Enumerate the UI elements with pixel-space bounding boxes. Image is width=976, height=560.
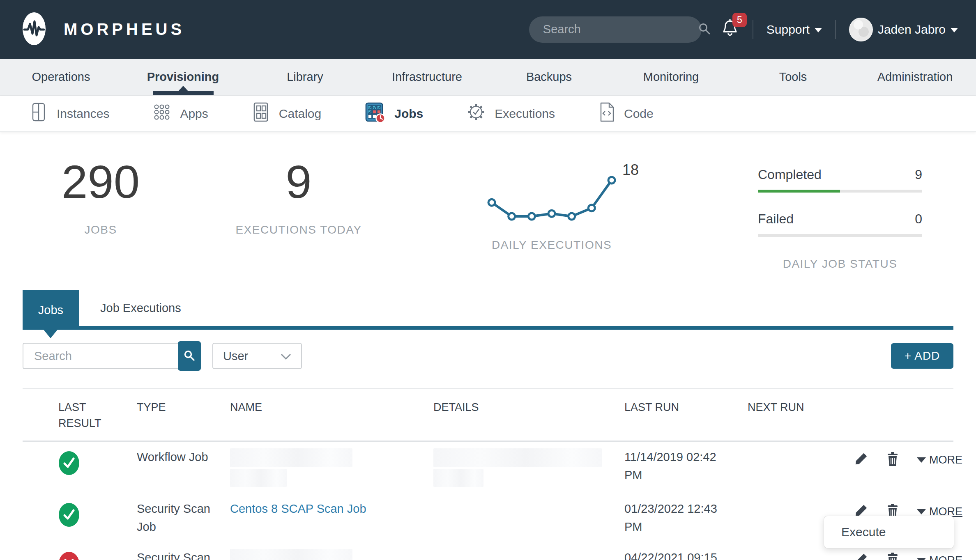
nav-label: Operations <box>32 70 90 84</box>
caret-down-icon <box>917 457 926 463</box>
daily-job-status-label: DAILY JOB STATUS <box>758 257 922 271</box>
stats-summary: 290 JOBS 9 EXECUTIONS TODAY 18 DAILY EXE… <box>0 132 976 270</box>
daily-job-status: Completed 9 Failed 0 DAILY JOB STATUS <box>758 155 922 271</box>
gear-check-icon <box>467 102 486 125</box>
subnav-item-executions[interactable]: Executions <box>467 102 555 125</box>
delete-trash-icon[interactable] <box>886 552 900 560</box>
next-run-cell <box>735 448 854 487</box>
tab-jobs[interactable]: Jobs <box>23 290 79 330</box>
status-row-failed: Failed 0 <box>758 211 922 237</box>
nav-label: Monitoring <box>643 70 699 84</box>
search-icon[interactable] <box>698 22 711 37</box>
jobs-table: LAST RESULT TYPE NAME DETAILS LAST RUN N… <box>23 389 953 560</box>
caret-down-icon <box>917 558 926 560</box>
executions-today-label: EXECUTIONS TODAY <box>221 223 377 236</box>
morpheus-logo-icon <box>23 12 46 47</box>
nav-item-infrastructure[interactable]: Infrastructure <box>366 59 488 95</box>
chevron-down-icon <box>281 349 291 363</box>
nav-label: Library <box>287 70 323 84</box>
redacted-text-block <box>230 448 352 467</box>
tab-label: Job Executions <box>100 301 181 315</box>
last-run-cell: 01/23/2022 12:43 PM <box>612 500 735 536</box>
redacted-text-block <box>433 448 602 467</box>
completed-progress-fill <box>758 190 840 193</box>
redacted-text-block <box>230 469 287 487</box>
tab-job-executions[interactable]: Job Executions <box>79 290 203 326</box>
table-search-input[interactable] <box>23 343 178 369</box>
subnav-label: Instances <box>57 107 109 121</box>
completed-progress-track <box>758 190 922 193</box>
col-header-details: DETAILS <box>421 399 612 431</box>
table-search-button[interactable] <box>178 341 201 371</box>
nav-item-provisioning[interactable]: Provisioning <box>122 59 244 95</box>
subnav-item-apps[interactable]: Apps <box>153 102 208 125</box>
nav-label: Tools <box>779 70 807 84</box>
success-check-icon <box>58 516 80 530</box>
notifications-button[interactable]: 5 <box>720 18 739 41</box>
subnav-label: Apps <box>180 107 208 121</box>
catalog-icon <box>252 102 270 125</box>
last-run-cell: 04/22/2021 09:15 AM <box>612 549 735 560</box>
apps-grid-icon <box>153 102 171 125</box>
executions-today-count: 9 <box>221 155 377 209</box>
redacted-text-block <box>433 469 483 487</box>
sparkline-peak-value: 18 <box>622 161 639 179</box>
nav-item-tools[interactable]: Tools <box>732 59 854 95</box>
nav-item-monitoring[interactable]: Monitoring <box>610 59 732 95</box>
global-search-input[interactable] <box>543 23 698 36</box>
subnav-item-instances[interactable]: Instances <box>30 102 109 125</box>
nav-item-operations[interactable]: Operations <box>0 59 122 95</box>
job-details <box>421 500 612 536</box>
main-nav: Operations Provisioning Library Infrastr… <box>0 59 976 96</box>
add-job-button[interactable]: + ADD <box>891 343 953 369</box>
nav-item-backups[interactable]: Backups <box>488 59 610 95</box>
menu-item-execute[interactable]: Execute <box>841 525 886 539</box>
status-row-completed: Completed 9 <box>758 167 922 193</box>
user-menu[interactable]: Jaden Jabro <box>849 18 958 41</box>
subnav-item-code[interactable]: Code <box>598 102 654 125</box>
owner-filter-value: User <box>223 349 248 363</box>
col-header-last-result: LAST RESULT <box>23 399 105 431</box>
jobs-calendar-icon <box>365 101 385 126</box>
tab-label: Jobs <box>38 303 63 317</box>
job-name-redacted <box>230 448 421 487</box>
sparkline-chart <box>486 173 617 226</box>
topbar: MORPHEUS 5 Support Jad <box>0 0 976 59</box>
edit-pencil-icon[interactable] <box>854 452 868 466</box>
next-run-cell <box>735 549 854 560</box>
stat-executions-today: 9 EXECUTIONS TODAY <box>221 155 377 236</box>
owner-filter-select[interactable]: User <box>212 343 302 369</box>
support-menu[interactable]: Support <box>767 23 822 37</box>
sub-nav: Instances Apps Catalog <box>0 96 976 132</box>
active-underline <box>153 91 214 95</box>
delete-trash-icon[interactable] <box>886 452 900 466</box>
topbar-divider <box>753 20 753 39</box>
avatar <box>849 18 873 41</box>
success-check-icon <box>58 465 80 478</box>
stat-jobs: 290 JOBS <box>23 155 179 236</box>
row-actions: MORE <box>854 448 962 487</box>
completed-value: 9 <box>915 167 922 182</box>
more-dropdown-button[interactable]: MORE <box>917 552 962 560</box>
notification-badge: 5 <box>732 13 747 27</box>
subnav-item-catalog[interactable]: Catalog <box>252 102 321 125</box>
support-label: Support <box>767 23 810 37</box>
more-dropdown-button[interactable]: MORE <box>917 452 962 468</box>
tabs-accent-bar <box>23 326 953 330</box>
subnav-item-jobs[interactable]: Jobs <box>365 101 423 126</box>
brand[interactable]: MORPHEUS <box>23 12 185 47</box>
last-result-cell <box>23 448 137 487</box>
job-details <box>421 549 612 560</box>
col-header-name: NAME <box>230 399 421 431</box>
subnav-label: Catalog <box>279 107 321 121</box>
caret-down-icon <box>917 509 926 514</box>
job-name-redacted <box>230 549 421 560</box>
nav-item-administration[interactable]: Administration <box>854 59 976 95</box>
job-name-link[interactable]: Centos 8 SCAP Scan Job <box>230 502 366 515</box>
edit-pencil-icon[interactable] <box>854 552 868 560</box>
nav-item-library[interactable]: Library <box>244 59 366 95</box>
last-run-cell: 11/14/2019 02:42 PM <box>612 448 735 487</box>
topbar-divider <box>835 20 836 39</box>
global-search <box>529 16 702 43</box>
bell-icon <box>720 33 739 40</box>
